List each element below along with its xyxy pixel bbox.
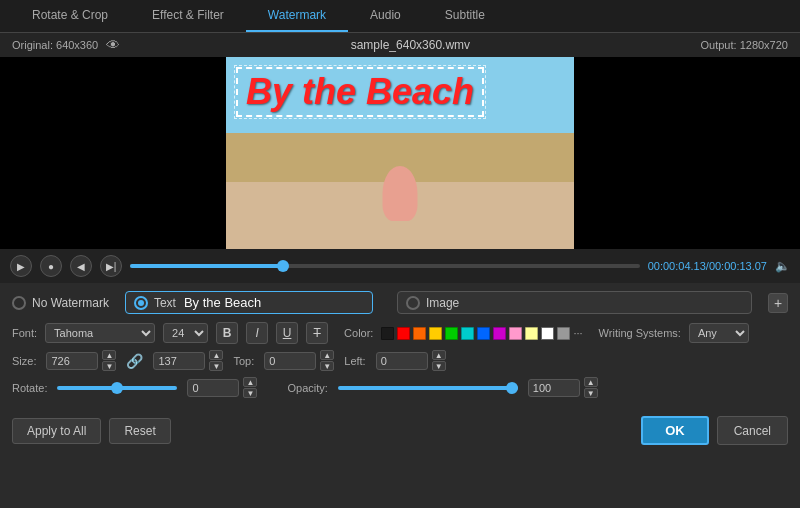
rotate-spin-arrows: ▲ ▼ xyxy=(243,377,257,398)
current-time: 00:00:04.13/00:00:13.07 xyxy=(648,260,767,272)
play-button[interactable]: ▶ xyxy=(10,255,32,277)
height-down-arrow[interactable]: ▼ xyxy=(209,361,223,371)
next-frame-button[interactable]: ▶| xyxy=(100,255,122,277)
bold-button[interactable]: B xyxy=(216,322,238,344)
text-watermark-radio[interactable] xyxy=(134,296,148,310)
add-image-button[interactable]: + xyxy=(768,293,788,313)
timeline-progress[interactable] xyxy=(130,264,640,268)
rotate-label: Rotate: xyxy=(12,382,47,394)
prev-frame-button[interactable]: ◀ xyxy=(70,255,92,277)
width-input[interactable] xyxy=(46,352,98,370)
color-swatch-green[interactable] xyxy=(445,327,458,340)
opacity-spin-arrows: ▲ ▼ xyxy=(584,377,598,398)
rotate-row: Rotate: ▲ ▼ Opacity: ▲ ▼ xyxy=(12,377,788,398)
color-swatch-teal[interactable] xyxy=(461,327,474,340)
tab-effect-filter[interactable]: Effect & Filter xyxy=(130,0,246,32)
top-label: Top: xyxy=(233,355,254,367)
height-input[interactable] xyxy=(153,352,205,370)
image-watermark-radio[interactable] xyxy=(406,296,420,310)
text-watermark-option[interactable]: Text xyxy=(134,296,176,310)
watermark-mode-row: No Watermark Text Image + xyxy=(12,291,788,314)
apply-to-all-button[interactable]: Apply to All xyxy=(12,418,101,444)
color-swatch-black[interactable] xyxy=(381,327,394,340)
opacity-down-arrow[interactable]: ▼ xyxy=(584,388,598,398)
color-swatch-purple[interactable] xyxy=(493,327,506,340)
opacity-slider[interactable] xyxy=(338,386,518,390)
opacity-up-arrow[interactable]: ▲ xyxy=(584,377,598,387)
eye-icon[interactable]: 👁 xyxy=(106,37,120,53)
rotate-slider[interactable] xyxy=(57,386,177,390)
size-label: Size: xyxy=(12,355,36,367)
height-up-arrow[interactable]: ▲ xyxy=(209,350,223,360)
no-watermark-radio[interactable] xyxy=(12,296,26,310)
opacity-slider-container xyxy=(338,386,518,390)
left-label: Left: xyxy=(344,355,365,367)
strikethrough-button[interactable]: T xyxy=(306,322,328,344)
color-swatch-orange[interactable] xyxy=(413,327,426,340)
writing-systems-label: Writing Systems: xyxy=(599,327,681,339)
rotate-up-arrow[interactable]: ▲ xyxy=(243,377,257,387)
opacity-label: Opacity: xyxy=(287,382,327,394)
no-watermark-label: No Watermark xyxy=(32,296,109,310)
color-swatch-blue[interactable] xyxy=(477,327,490,340)
video-preview-area: By the Beach xyxy=(0,57,800,249)
rotate-down-arrow[interactable]: ▼ xyxy=(243,388,257,398)
font-row: Font: Tahoma 24 B I U T Color: ··· Writi… xyxy=(12,322,788,344)
width-spin-arrows: ▲ ▼ xyxy=(102,350,116,371)
color-swatch-pink[interactable] xyxy=(509,327,522,340)
height-spin-arrows: ▲ ▼ xyxy=(209,350,223,371)
rotate-input[interactable] xyxy=(187,379,239,397)
tab-rotate-crop[interactable]: Rotate & Crop xyxy=(10,0,130,32)
link-dimensions-icon[interactable]: 🔗 xyxy=(126,353,143,369)
width-down-arrow[interactable]: ▼ xyxy=(102,361,116,371)
top-spin: ▲ ▼ xyxy=(264,350,334,371)
font-size-select[interactable]: 24 xyxy=(163,323,208,343)
image-watermark-label: Image xyxy=(426,296,459,310)
timeline-thumb[interactable] xyxy=(277,260,289,272)
color-swatch-yellow[interactable] xyxy=(429,327,442,340)
timeline-fill xyxy=(130,264,283,268)
text-watermark-group: Text xyxy=(125,291,373,314)
color-swatch-white[interactable] xyxy=(541,327,554,340)
volume-icon[interactable]: 🔈 xyxy=(775,259,790,273)
color-swatches: ··· xyxy=(381,327,582,340)
color-swatch-gray[interactable] xyxy=(557,327,570,340)
color-swatch-lightyellow[interactable] xyxy=(525,327,538,340)
underline-button[interactable]: U xyxy=(276,322,298,344)
font-family-select[interactable]: Tahoma xyxy=(45,323,155,343)
ok-button[interactable]: OK xyxy=(641,416,709,445)
bottom-row: Apply to All Reset OK Cancel xyxy=(0,412,800,449)
tab-watermark[interactable]: Watermark xyxy=(246,0,348,32)
width-up-arrow[interactable]: ▲ xyxy=(102,350,116,360)
tab-subtitle[interactable]: Subtitle xyxy=(423,0,507,32)
opacity-input[interactable] xyxy=(528,379,580,397)
image-watermark-option[interactable]: Image xyxy=(406,296,459,310)
reset-button[interactable]: Reset xyxy=(109,418,170,444)
height-spin: ▲ ▼ xyxy=(153,350,223,371)
top-up-arrow[interactable]: ▲ xyxy=(320,350,334,360)
writing-systems-select[interactable]: Any xyxy=(689,323,749,343)
top-input[interactable] xyxy=(264,352,316,370)
cancel-button[interactable]: Cancel xyxy=(717,416,788,445)
watermark-text-overlay[interactable]: By the Beach xyxy=(236,67,484,117)
font-label: Font: xyxy=(12,327,37,339)
filename: sample_640x360.wmv xyxy=(351,38,470,52)
video-preview: By the Beach xyxy=(226,57,574,249)
italic-button[interactable]: I xyxy=(246,322,268,344)
rotate-spin: ▲ ▼ xyxy=(187,377,257,398)
original-info: Original: 640x360 👁 xyxy=(12,37,120,53)
timeline: ▶ ● ◀ ▶| 00:00:04.13/00:00:13.07 🔈 xyxy=(0,249,800,283)
color-swatch-red[interactable] xyxy=(397,327,410,340)
width-spin: ▲ ▼ xyxy=(46,350,116,371)
left-input[interactable] xyxy=(376,352,428,370)
left-down-arrow[interactable]: ▼ xyxy=(432,361,446,371)
left-up-arrow[interactable]: ▲ xyxy=(432,350,446,360)
no-watermark-option[interactable]: No Watermark xyxy=(12,296,109,310)
watermark-text-input[interactable] xyxy=(184,295,364,310)
top-down-arrow[interactable]: ▼ xyxy=(320,361,334,371)
image-watermark-group: Image xyxy=(397,291,752,314)
more-colors-button[interactable]: ··· xyxy=(573,327,582,339)
tab-audio[interactable]: Audio xyxy=(348,0,423,32)
stop-button[interactable]: ● xyxy=(40,255,62,277)
image-path-input[interactable] xyxy=(467,295,743,310)
